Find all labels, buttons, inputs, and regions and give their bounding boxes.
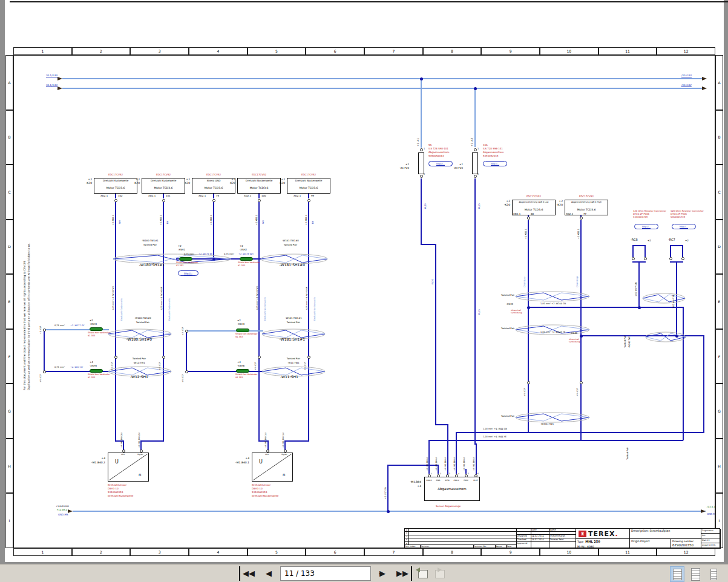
previous-page-button[interactable]: ◀	[261, 566, 277, 581]
last-page-button[interactable]: ▶▶	[394, 566, 412, 581]
grid-row-label: H	[5, 439, 13, 494]
copyright-disclaimer: For this document and the object represe…	[23, 243, 31, 390]
sheet-number: Blatt 13	[701, 538, 721, 543]
origin-cell: Origin Project	[630, 539, 671, 549]
continuous-page-icon	[691, 568, 700, 581]
grid-col-label: 10	[540, 47, 598, 55]
grid-col-label: 9	[481, 548, 540, 556]
revision-letter: d	[405, 532, 409, 534]
grid-row-label: I	[5, 493, 13, 548]
grid-row-label: F	[715, 329, 723, 384]
grid-row-label: B	[715, 110, 723, 165]
revision-no-header: Revision No.	[474, 545, 496, 549]
grid-col-label: 9	[481, 47, 540, 55]
wire	[10, 1, 728, 2]
sheet-info-column: Zugeordnet Ort: Blatt 13 Anzahl 133 Bl.	[701, 529, 721, 549]
grid-col-label: 5	[248, 47, 306, 55]
grid-col-label: 2	[72, 47, 131, 55]
title-block: edcba Rev. Index Revision Revision No. N…	[404, 528, 720, 548]
grid-row-label: C	[715, 165, 723, 220]
grid-col-label: 1	[13, 548, 72, 556]
machine-number: M.-Nr.: 4080	[577, 545, 628, 548]
grid-col-label: 3	[130, 548, 189, 556]
grid-col-label: 11	[598, 548, 657, 556]
revision-table: edcba	[405, 529, 517, 545]
history-forward-arrow-icon	[438, 567, 442, 572]
single-page-icon	[673, 569, 682, 580]
grid-col-label: 8	[423, 548, 482, 556]
grid-row-label: B	[5, 110, 13, 165]
description-cell: Description: Stromlaufplan	[630, 529, 701, 539]
brand-name: TEREX.	[588, 530, 618, 538]
grid-row-label: F	[5, 329, 13, 384]
grid-col-label: 8	[423, 47, 482, 55]
continuous-layout-button[interactable]	[688, 566, 703, 582]
revision-letter: e	[405, 529, 409, 531]
grid-row-label: H	[715, 439, 723, 494]
sheet-count: Anzahl 133 Bl.	[701, 543, 721, 549]
single-page-layout-button[interactable]	[670, 566, 684, 582]
grid-col-label: 7	[364, 47, 423, 55]
grid-col-label: 6	[306, 47, 364, 55]
grid-row-label: D	[5, 220, 13, 275]
brand-cell: ♜ TEREX.	[576, 529, 630, 539]
drawing-number: 6790200350	[672, 543, 700, 547]
rev-index-header: Rev. Index	[405, 545, 421, 549]
page-number-input[interactable]	[281, 569, 379, 578]
drawing-border	[13, 55, 715, 548]
page-number-box: ▾	[280, 566, 371, 581]
revision-letter: a	[405, 542, 409, 544]
revision-letter: b	[405, 538, 409, 541]
history-back-arrow-icon	[416, 567, 420, 572]
signature-block: DateName Designed14.02.2014Thieventharan…	[517, 529, 576, 549]
revision-header: Rev. Index Revision Revision No. Name Da…	[405, 545, 517, 549]
grid-col-label: 1	[13, 47, 72, 55]
next-page-button[interactable]: ▶	[375, 566, 390, 581]
drawing-number-cell: Drawing number 6790200350	[671, 539, 701, 549]
date-header: Date	[507, 545, 517, 549]
grid-row-label: A	[715, 55, 723, 110]
grid-col-label: 11	[598, 47, 657, 55]
dual-page-icon	[710, 569, 717, 580]
pdf-toolbar: ◀◀ ◀ ▾ ▶ ▶▶	[0, 564, 728, 582]
grid-row-label: D	[715, 220, 723, 275]
grid-row-label: A	[5, 55, 13, 110]
document-page: http://...http://...http://...http://...…	[5, 0, 724, 562]
history-forward-button[interactable]	[433, 567, 446, 580]
grid-col-label: 5	[248, 548, 306, 556]
grid-row-label: C	[5, 165, 13, 220]
type-cell: Type MHL 250 M.-Nr.: 4080	[576, 539, 630, 549]
grid-col-label: 4	[189, 47, 248, 55]
grid-col-label: 3	[130, 47, 189, 55]
grid-col-label: 10	[540, 548, 598, 556]
grid-col-label: 2	[72, 548, 131, 556]
history-back-button[interactable]	[416, 567, 429, 580]
name-header: Name	[496, 545, 507, 549]
grid-row-label: G	[5, 384, 13, 439]
grid-col-label: 4	[189, 548, 248, 556]
revision-letter: c	[405, 535, 409, 538]
grid-row-label: E	[715, 274, 723, 329]
revision-header-label: Revision	[421, 545, 474, 549]
dual-page-layout-button[interactable]	[706, 566, 721, 582]
first-page-button[interactable]: ◀◀	[239, 566, 257, 581]
grid-col-label: 6	[306, 548, 364, 556]
grid-col-label: 12	[657, 548, 715, 556]
grid-row-label: E	[5, 274, 13, 329]
terex-logo-icon: ♜	[579, 531, 586, 537]
grid-col-label: 7	[364, 548, 423, 556]
grid-row-label: G	[715, 384, 723, 439]
grid-col-label: 12	[657, 47, 715, 55]
